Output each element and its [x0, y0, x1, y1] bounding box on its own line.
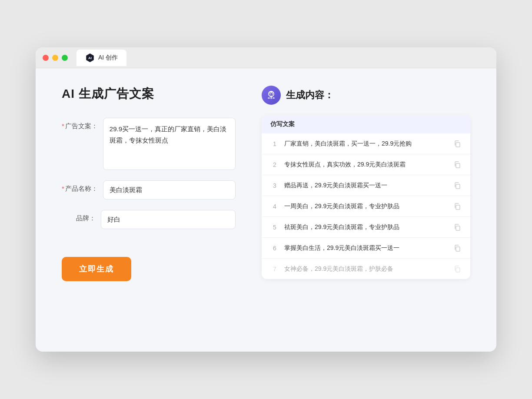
required-star-2: *: [62, 185, 64, 192]
svg-rect-12: [456, 163, 460, 168]
row-number: 6: [270, 245, 279, 252]
svg-rect-16: [456, 247, 460, 251]
svg-point-5: [272, 93, 273, 95]
svg-point-9: [271, 91, 272, 93]
svg-rect-15: [456, 226, 460, 230]
ad-copy-input[interactable]: [103, 118, 236, 170]
browser-tab[interactable]: AI AI 创作: [76, 50, 126, 66]
row-number: 5: [270, 224, 279, 231]
browser-window: AI AI 创作 AI 生成广告文案 *广告文案： *产品名称：: [36, 47, 496, 352]
row-number: 4: [270, 203, 279, 210]
results-table: 仿写文案 1厂家直销，美白淡斑霜，买一送一，29.9元抢购 2专抹女性斑点，真实…: [262, 115, 470, 279]
svg-rect-6: [271, 97, 272, 99]
row-text: 赠品再送，29.9元美白淡斑霜买一送一: [284, 181, 448, 190]
row-text: 厂家直销，美白淡斑霜，买一送一，29.9元抢购: [284, 139, 448, 148]
bot-icon-wrapper: [262, 86, 281, 105]
product-name-input[interactable]: [103, 180, 236, 200]
row-number: 3: [270, 182, 279, 189]
close-button[interactable]: [43, 55, 49, 61]
copy-button[interactable]: [453, 140, 462, 148]
browser-content: AI 生成广告文案 *广告文案： *产品名称： 品牌： 立即生成: [36, 68, 496, 338]
results-header-section: 生成内容：: [262, 86, 470, 105]
brand-label: 品牌：: [62, 210, 101, 223]
left-panel: AI 生成广告文案 *广告文案： *产品名称： 品牌： 立即生成: [62, 86, 236, 320]
ai-logo-icon: AI: [85, 53, 95, 63]
result-row: 3赠品再送，29.9元美白淡斑霜买一送一: [262, 175, 470, 196]
row-text: 专抹女性斑点，真实功效，29.9元美白淡斑霜: [284, 160, 448, 169]
result-row: 1厂家直销，美白淡斑霜，买一送一，29.9元抢购: [262, 133, 470, 154]
svg-rect-13: [456, 184, 460, 189]
ad-copy-group: *广告文案：: [62, 118, 236, 170]
svg-text:AI: AI: [88, 56, 92, 60]
browser-titlebar: AI AI 创作: [36, 47, 496, 68]
copy-button[interactable]: [453, 265, 462, 273]
svg-point-4: [269, 93, 271, 95]
result-row: 2专抹女性斑点，真实功效，29.9元美白淡斑霜: [262, 154, 470, 175]
brand-group: 品牌：: [62, 210, 236, 229]
row-number: 7: [270, 266, 279, 273]
svg-rect-11: [456, 143, 460, 147]
result-row: 5祛斑美白，29.9元美白淡斑霜，专业护肤品: [262, 217, 470, 238]
tab-label: AI 创作: [98, 54, 118, 62]
svg-rect-7: [268, 97, 270, 99]
svg-rect-17: [456, 268, 460, 272]
row-text: 掌握美白生活，29.9元美白淡斑霜买一送一: [284, 243, 448, 253]
brand-input[interactable]: [101, 210, 236, 229]
page-title: AI 生成广告文案: [62, 86, 236, 102]
generate-button[interactable]: 立即生成: [62, 257, 131, 281]
results-section-title: 生成内容：: [286, 89, 334, 102]
result-row: 7女神必备，29.9元美白淡斑霜，护肤必备: [262, 259, 470, 279]
row-text: 一周美白，29.9元美白淡斑霜，专业护肤品: [284, 202, 448, 211]
ad-copy-label: *广告文案：: [62, 118, 103, 130]
right-panel: 生成内容： 仿写文案 1厂家直销，美白淡斑霜，买一送一，29.9元抢购 2专抹女…: [262, 86, 470, 320]
result-row: 6掌握美白生活，29.9元美白淡斑霜买一送一: [262, 238, 470, 259]
row-number: 1: [270, 140, 279, 147]
copy-button[interactable]: [453, 223, 462, 232]
copy-button[interactable]: [453, 244, 462, 253]
traffic-lights: [43, 55, 68, 61]
row-text: 女神必备，29.9元美白淡斑霜，护肤必备: [284, 264, 448, 273]
results-column-header: 仿写文案: [262, 115, 470, 133]
results-list: 1厂家直销，美白淡斑霜，买一送一，29.9元抢购 2专抹女性斑点，真实功效，29…: [262, 133, 470, 279]
bot-icon: [266, 90, 277, 101]
row-text: 祛斑美白，29.9元美白淡斑霜，专业护肤品: [284, 223, 448, 232]
svg-rect-14: [456, 205, 460, 209]
copy-button[interactable]: [453, 181, 462, 190]
result-row: 4一周美白，29.9元美白淡斑霜，专业护肤品: [262, 196, 470, 217]
copy-button[interactable]: [453, 160, 462, 169]
product-name-label: *产品名称：: [62, 180, 103, 193]
product-name-group: *产品名称：: [62, 180, 236, 200]
maximize-button[interactable]: [62, 55, 68, 61]
row-number: 2: [270, 161, 279, 168]
required-star-1: *: [62, 122, 64, 130]
copy-button[interactable]: [453, 202, 462, 211]
minimize-button[interactable]: [52, 55, 58, 61]
svg-rect-8: [273, 97, 275, 99]
